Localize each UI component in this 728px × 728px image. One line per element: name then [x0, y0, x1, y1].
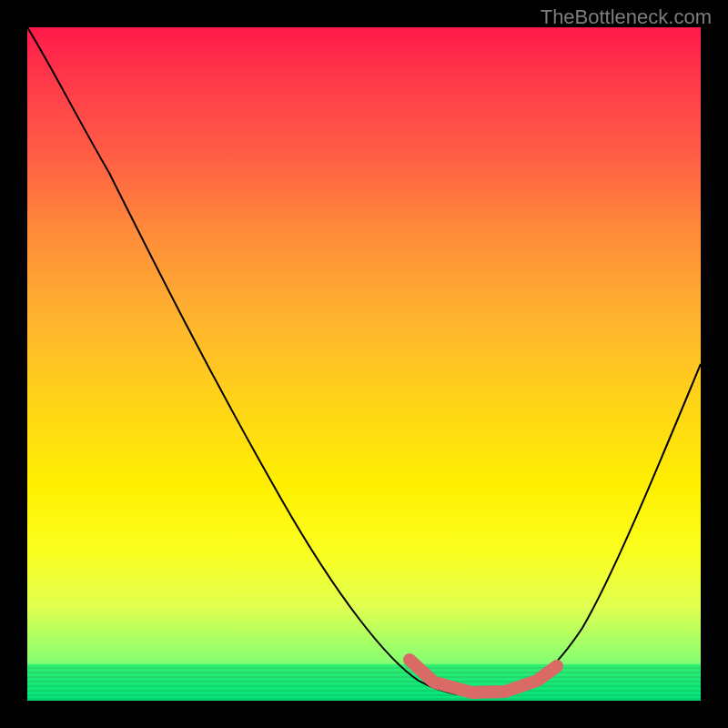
bottleneck-curve	[27, 27, 701, 696]
plot-area	[27, 27, 701, 701]
watermark-text: TheBottleneck.com	[541, 5, 712, 29]
optimal-band-highlight	[410, 660, 557, 693]
curve-layer	[27, 27, 701, 701]
